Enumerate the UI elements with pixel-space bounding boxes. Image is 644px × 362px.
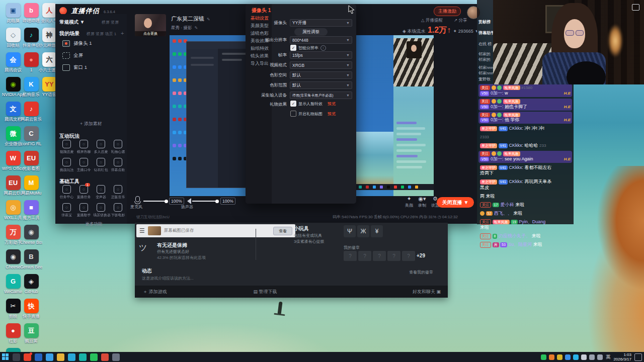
notification-center-icon[interactable] [634,353,642,361]
select-摄像头[interactable]: YY开播▼ [290,19,352,27]
tool-视频连麦[interactable]: ◌视频连麦 [58,140,75,154]
tool-场景切换器[interactable]: ◌场景切换器 [93,203,109,218]
desktop-icon[interactable]: ■魔方工具 [20,200,42,221]
tray-icon[interactable] [573,354,579,360]
taskbar-app-icon[interactable] [46,353,53,361]
follow-badge[interactable]: 关注 [480,85,490,90]
tray-icon[interactable] [549,354,554,360]
chat-message-list[interactable]: 关注晚来风急#1580V500加一:wH.E关注晚来风急V500加一:她也卡脚了… [478,84,572,248]
checkbox-icon[interactable] [290,111,296,117]
desktop-icon[interactable]: M网易MuMu [20,175,42,197]
tool-弹幕宝[interactable]: ◌弹幕宝 [58,203,75,218]
record-button[interactable]: ◉▾录制 [416,196,429,208]
panel-side-label[interactable]: 萱野牧 [478,76,491,82]
dialog-nav-滤镜色彩[interactable]: 滤镜色彩 [251,30,269,37]
desktop-icon[interactable]: ◉Cheese Box [20,225,42,245]
panel-side-label[interactable]: 邻家的 [478,57,491,62]
scene-item-win[interactable]: 窗口 1 [62,64,87,71]
panel-side-label[interactable]: 邻家nnn [478,65,493,70]
taskbar-clock[interactable]: 1:03 2026/3/17 [613,352,631,361]
friends-chat-button[interactable]: 好友和聊天 ▣ [413,289,441,295]
orientation-toggle[interactable]: 横屏 竖屏 [102,20,119,25]
taskbar-app-icon[interactable] [101,353,109,361]
checkbox-icon[interactable]: ✓ [290,45,296,51]
preview-link[interactable]: 预览 [328,111,336,117]
tool-挑战玩法[interactable]: ◌挑战玩法 [58,158,75,172]
tool-直播助手[interactable]: ◌直播助手 [75,203,92,218]
panel-side-label[interactable]: 弹幕助手 [478,30,495,36]
tool-弹幕点歌[interactable]: ◌弹幕点歌 [110,158,126,172]
tool-任务中心[interactable]: ◌任务中心 [58,185,75,200]
checkbox-开启礼物贴图[interactable]: 开启礼物贴图预览 [290,111,336,117]
follow-badge[interactable]: 关注 [480,151,490,156]
tool-钻石红包[interactable]: ◌钻石红包 [93,158,109,172]
tray-icon[interactable] [557,354,562,360]
edit-title-icon[interactable]: ✎ [207,17,210,22]
ime-indicator[interactable]: 英 [606,354,611,360]
preview-link[interactable]: 预览 [328,101,336,107]
manage-downloads-button[interactable]: ▤ 管理下载 [254,289,277,295]
mic-icon[interactable] [134,196,141,204]
panel-side-label[interactable]: 贡献榜 [478,19,491,25]
taskbar-app-icon[interactable] [79,353,87,361]
tool-直播任务[interactable]: ◌1直播任务 [75,185,92,200]
tool-主播口令[interactable]: ◌主播口令 [75,158,92,172]
beauty-button[interactable]: ✦ 美颜 [403,196,416,208]
taskbar-app-icon[interactable] [35,353,42,361]
anchor-incentive-button[interactable]: 主播激励 [434,7,461,16]
room-cover[interactable]: 点击更换 [135,14,166,36]
desktop-icon[interactable]: 豆豌豆荚 [20,323,42,344]
mic-slider[interactable] [143,201,167,202]
edit-category-icon[interactable]: ✎ [195,26,198,30]
select-帧率[interactable]: 15fps▼ [290,51,352,59]
desktop-icon[interactable]: EU光影看图 [20,151,42,172]
tool-礼物心愿[interactable]: ◌礼物心愿 [110,140,126,154]
tray-icon[interactable] [541,354,546,360]
panel-side-label[interactable]: 在线 榜 [478,41,492,47]
desktop-icon[interactable]: ◈GitHub [20,274,42,294]
steam-notification[interactable]: ☰ 屏幕截图已保存 查看 [136,224,295,237]
speaker-slider[interactable] [192,201,217,202]
tool-多人连麦[interactable]: ◌多人连麦 [93,140,109,154]
panel-settings-icon[interactable] [632,4,639,11]
taskbar-app-icon[interactable] [57,353,64,361]
panel-side-label[interactable]: 邻家的 [478,51,491,57]
select-色彩空间[interactable]: 默认▼ [290,71,352,79]
desktop-icon[interactable]: 快快手直播 [20,299,42,320]
add-game-button[interactable]: ＋ 添加游戏 [143,289,167,295]
scene-tabs[interactable]: 横屏 竖屏 场景 1 [87,31,116,37]
tray-icon[interactable] [589,354,595,360]
more-functions-button[interactable]: ··· 更多功能 [55,221,127,227]
tray-icon[interactable] [597,354,603,360]
follow-badge[interactable]: 关注 [480,99,490,104]
start-button[interactable] [2,353,9,360]
view-badges-link[interactable]: 查看我的徽章 [409,269,433,275]
tool-横屏热聊[interactable]: ◌横屏热聊 [75,140,92,154]
desktop-icon[interactable]: BGenius Beek [20,249,42,269]
select-采集输入设备[interactable]: 停用(非采集卡用户不必选)▼ [290,92,352,99]
mode-selector[interactable]: 常规模式 ▼ [59,19,85,26]
select-视频格式[interactable]: XRGB▼ [290,61,352,69]
share-button[interactable]: ↗ 分享 [454,18,467,24]
close-stream-button[interactable]: 关闭直播 ▼ [437,197,474,208]
tray-icon[interactable] [565,354,571,360]
scene-item-cam[interactable]: 摄像头 1 [62,40,92,47]
taskbar-app-icon[interactable] [68,353,75,361]
checkbox-显示人脸特效[interactable]: ✓显示人脸特效预览 [290,101,336,107]
panel-side-label[interactable]: 邻家nnn [478,70,493,76]
add-material-button[interactable]: + 添加素材 [55,121,127,127]
adjust-properties-button[interactable]: 属性调整 [294,28,328,36]
checkbox-icon[interactable]: ✓ [290,101,296,107]
stream-reminder-button[interactable]: △ 开播提醒 [421,18,443,24]
select-输出分辨率[interactable]: 800*448▼ [290,36,352,44]
taskbar-app-icon[interactable] [13,353,20,361]
follow-badge[interactable]: 关注 [480,113,490,118]
desktop-icon[interactable]: ♪网易云音乐 [20,102,42,123]
taskbar-app-icon[interactable] [90,353,98,361]
dialog-nav-贴纸特效[interactable]: 贴纸特效 [251,45,269,52]
select-色彩范围[interactable]: 默认▼ [290,81,352,89]
tool-正版音乐[interactable]: ◌正版音乐 [110,185,126,200]
desktop-icon[interactable]: CconFIG RL [20,126,42,146]
tool-变声器[interactable]: ◌变声器 [93,185,109,200]
taskbar-app-icon[interactable] [112,353,120,361]
